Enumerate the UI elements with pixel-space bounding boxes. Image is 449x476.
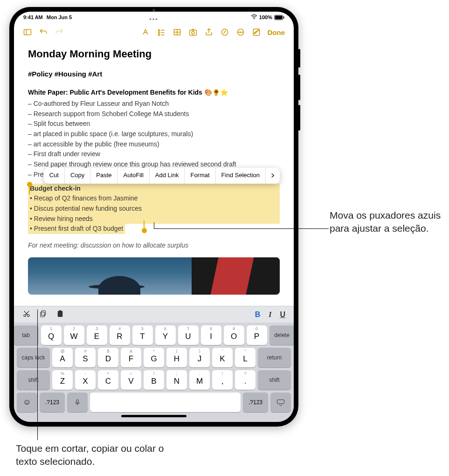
key-e[interactable]: 3E xyxy=(87,325,107,345)
key-v[interactable]: =V xyxy=(121,370,141,390)
note-body[interactable]: Monday Morning Meeting #Policy #Housing … xyxy=(14,41,294,299)
compose-icon[interactable] xyxy=(250,26,263,39)
key-u[interactable]: 7U xyxy=(178,325,199,345)
key-m[interactable]: :M xyxy=(189,370,210,390)
hide-keyboard-key[interactable] xyxy=(270,393,291,412)
add-link-menu-item[interactable]: Add Link xyxy=(150,168,185,184)
done-button[interactable]: Done xyxy=(266,28,287,36)
italic-button[interactable]: I xyxy=(269,310,271,319)
subhead-text: White Paper: Public Art's Development Be… xyxy=(28,89,202,96)
key-.[interactable]: ?. xyxy=(235,370,256,390)
multitask-dots-icon[interactable]: ••• xyxy=(149,15,159,22)
key-h[interactable]: (H xyxy=(166,348,187,367)
dictation-key[interactable] xyxy=(67,393,88,412)
menu-more-arrow-icon[interactable] xyxy=(266,173,280,178)
svg-rect-26 xyxy=(41,312,44,317)
capslock-key[interactable]: caps lock xyxy=(17,348,50,367)
selection-end-handle[interactable] xyxy=(142,228,147,233)
key-s[interactable]: #S xyxy=(75,348,96,367)
note-line[interactable]: – art placed in public space (i.e. large… xyxy=(28,129,280,139)
note-line[interactable]: – Research support from Schoberl College… xyxy=(28,109,280,119)
wifi-icon xyxy=(251,14,257,21)
key-j[interactable]: )J xyxy=(189,348,210,367)
numeric-key-right[interactable]: .?123 xyxy=(243,393,268,412)
underline-button[interactable]: U xyxy=(280,310,285,319)
copy-menu-item[interactable]: Copy xyxy=(65,168,90,184)
selection-start-handle[interactable] xyxy=(27,182,32,187)
text-format-icon[interactable] xyxy=(139,26,152,39)
key-g[interactable]: *G xyxy=(144,348,164,367)
selected-bullet[interactable]: • Present first draft of Q3 budget xyxy=(28,224,125,234)
autofill-menu-item[interactable]: AutoFill xyxy=(117,168,149,184)
cut-menu-item[interactable]: Cut xyxy=(44,168,65,184)
selected-bullet[interactable]: • Discus potential new funding sources xyxy=(28,204,280,214)
table-icon[interactable] xyxy=(171,26,184,39)
key-z[interactable]: %Z xyxy=(52,370,73,390)
callout-leader-line xyxy=(37,310,38,440)
space-key[interactable] xyxy=(90,393,241,412)
shift-key[interactable]: shift xyxy=(17,370,50,390)
cut-icon[interactable] xyxy=(22,310,31,320)
note-attached-photo[interactable] xyxy=(28,257,280,295)
undo-icon[interactable] xyxy=(37,26,50,39)
key-w[interactable]: 2W xyxy=(64,325,84,345)
markup-icon[interactable] xyxy=(218,26,231,39)
note-title[interactable]: Monday Morning Meeting xyxy=(28,46,280,62)
numeric-key[interactable]: .?123 xyxy=(40,393,65,412)
svg-point-6 xyxy=(158,29,159,31)
tab-key[interactable]: tab xyxy=(14,325,39,345)
note-line[interactable]: – Co-authored by Fleur Lasseur and Ryan … xyxy=(28,99,280,109)
callout-leader-line xyxy=(154,222,154,229)
format-menu-item[interactable]: Format xyxy=(185,168,215,184)
battery-percent: 100% xyxy=(259,14,272,20)
key-n[interactable]: ;N xyxy=(166,370,187,390)
volume-down-button[interactable] xyxy=(298,105,300,131)
home-indicator[interactable] xyxy=(121,415,187,417)
paste-icon[interactable] xyxy=(56,310,64,320)
checklist-icon[interactable] xyxy=(155,26,168,39)
camera-icon[interactable] xyxy=(187,26,200,39)
key-l[interactable]: "L xyxy=(235,348,256,367)
note-subheading[interactable]: White Paper: Public Art's Development Be… xyxy=(28,88,280,98)
bold-button[interactable]: B xyxy=(255,310,261,319)
selected-bullet[interactable]: • Recap of Q2 finances from Jasmine xyxy=(28,193,280,204)
key-r[interactable]: 4R xyxy=(110,325,130,345)
key-i[interactable]: 8I xyxy=(201,325,221,345)
key-a[interactable]: @A xyxy=(52,348,73,367)
note-tags[interactable]: #Policy #Housing #Art xyxy=(28,69,280,79)
return-key[interactable]: return xyxy=(258,348,291,367)
svg-rect-2 xyxy=(275,15,283,19)
key-d[interactable]: $D xyxy=(98,348,118,367)
volume-up-button[interactable] xyxy=(298,75,300,100)
key-k[interactable]: 'K xyxy=(212,348,233,367)
sidebar-toggle-icon[interactable] xyxy=(21,26,34,39)
key-c[interactable]: +C xyxy=(98,370,118,390)
key-x[interactable]: -X xyxy=(75,370,96,390)
find-selection-menu-item[interactable]: Find Selection xyxy=(216,168,266,184)
key-q[interactable]: 1Q xyxy=(41,325,62,345)
note-italic-line[interactable]: For next meeting: discussion on how to a… xyxy=(28,241,280,251)
svg-point-0 xyxy=(254,18,255,19)
copy-icon[interactable] xyxy=(39,310,48,320)
more-icon[interactable] xyxy=(234,26,247,39)
note-line[interactable]: – art accessible by the public (free mus… xyxy=(28,139,280,150)
key-o[interactable]: 9O xyxy=(224,325,244,345)
power-button[interactable] xyxy=(298,49,300,68)
emoji-key[interactable]: ☺ xyxy=(17,393,37,412)
delete-key[interactable]: delete xyxy=(269,325,294,345)
key-,[interactable]: !, xyxy=(212,370,233,390)
note-line[interactable]: – First draft under review xyxy=(28,149,280,159)
selected-heading[interactable]: Budget check-in xyxy=(28,184,280,194)
key-p[interactable]: 0P xyxy=(247,325,267,345)
share-icon[interactable] xyxy=(202,26,215,39)
paste-menu-item[interactable]: Paste xyxy=(90,168,117,184)
status-date: Mon Jun 5 xyxy=(47,14,72,20)
key-t[interactable]: 5T xyxy=(132,325,153,345)
ipad-screen: 9:41 AM Mon Jun 5 ••• 100% xyxy=(14,12,294,422)
redo-icon[interactable] xyxy=(53,26,66,39)
shift-key-right[interactable]: shift xyxy=(258,370,291,390)
key-b[interactable]: /B xyxy=(144,370,164,390)
key-y[interactable]: 6Y xyxy=(155,325,176,345)
key-f[interactable]: &F xyxy=(121,348,141,367)
note-line[interactable]: – Split focus between xyxy=(28,119,280,129)
